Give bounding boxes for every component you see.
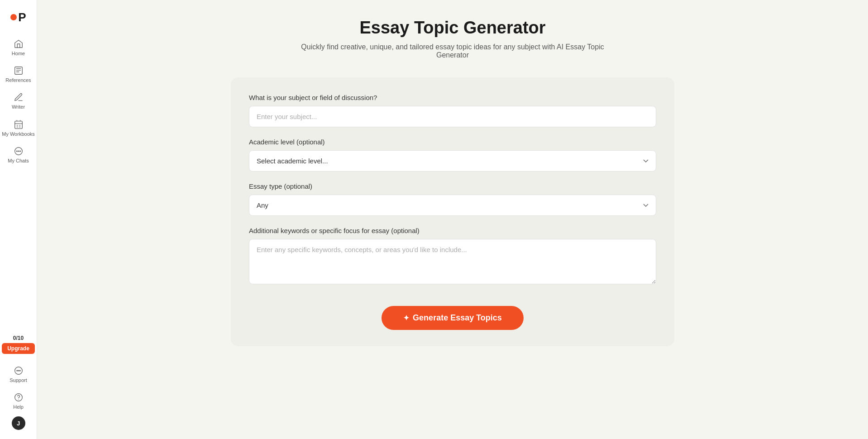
- logo-dot: [10, 14, 17, 20]
- sidebar-item-help[interactable]: Help: [0, 388, 37, 415]
- chats-icon: [14, 146, 24, 156]
- references-icon: [14, 66, 24, 76]
- sidebar-item-references[interactable]: References: [0, 61, 37, 88]
- sidebar-item-workbooks[interactable]: My Workbooks: [0, 115, 37, 142]
- help-icon: [14, 392, 24, 402]
- generate-button[interactable]: ✦ Generate Essay Topics: [382, 306, 524, 330]
- upgrade-button[interactable]: Upgrade: [2, 343, 35, 354]
- usage-area: 0/10 Upgrade: [0, 331, 37, 361]
- main-content: Essay Topic Generator Quickly find creat…: [37, 0, 868, 439]
- form-card: What is your subject or field of discuss…: [231, 77, 674, 346]
- support-icon: [14, 366, 24, 376]
- keywords-group: Additional keywords or specific focus fo…: [249, 227, 656, 286]
- essay-type-label: Essay type (optional): [249, 182, 656, 190]
- app-logo[interactable]: P: [9, 7, 29, 27]
- keywords-textarea[interactable]: [249, 239, 656, 284]
- page-title: Essay Topic Generator: [294, 18, 611, 38]
- keywords-label: Additional keywords or specific focus fo…: [249, 227, 656, 234]
- sidebar-nav: Home References Writer My Workbooks: [0, 34, 37, 331]
- sidebar-item-home-label: Home: [12, 51, 25, 57]
- sidebar-item-references-label: References: [5, 77, 31, 83]
- home-icon: [14, 39, 24, 49]
- sidebar-item-writer[interactable]: Writer: [0, 88, 37, 115]
- academic-group: Academic level (optional) Select academi…: [249, 138, 656, 172]
- sidebar-item-help-label: Help: [13, 404, 24, 410]
- essay-type-group: Essay type (optional) Any Argumentative …: [249, 182, 656, 216]
- sparkle-icon: ✦: [403, 314, 409, 322]
- svg-point-3: [16, 151, 17, 152]
- essay-type-select[interactable]: Any Argumentative Descriptive Expository…: [249, 195, 656, 216]
- sidebar-item-support[interactable]: Support: [0, 361, 37, 388]
- sidebar-item-chats-label: My Chats: [8, 158, 29, 164]
- page-subtitle: Quickly find creative, unique, and tailo…: [294, 43, 611, 59]
- sidebar-item-writer-label: Writer: [12, 104, 25, 110]
- subject-input[interactable]: [249, 106, 656, 127]
- sidebar-item-chats[interactable]: My Chats: [0, 142, 37, 168]
- sidebar-bottom: 0/10 Upgrade Support Help J: [0, 331, 37, 432]
- academic-level-select[interactable]: Select academic level... High School Und…: [249, 150, 656, 172]
- svg-point-11: [18, 399, 19, 399]
- sidebar-item-workbooks-label: My Workbooks: [2, 131, 35, 137]
- subject-group: What is your subject or field of discuss…: [249, 94, 656, 127]
- writer-icon: [14, 92, 24, 102]
- logo-letter: P: [18, 11, 26, 23]
- avatar[interactable]: J: [12, 416, 25, 430]
- sidebar-item-support-label: Support: [10, 377, 27, 383]
- sidebar-item-home[interactable]: Home: [0, 34, 37, 61]
- svg-point-5: [19, 151, 20, 152]
- svg-rect-0: [14, 67, 22, 75]
- generate-button-label: Generate Essay Topics: [413, 313, 502, 323]
- svg-point-9: [19, 370, 20, 371]
- svg-point-8: [16, 370, 17, 371]
- academic-label: Academic level (optional): [249, 138, 656, 146]
- page-header: Essay Topic Generator Quickly find creat…: [294, 18, 611, 59]
- button-row: ✦ Generate Essay Topics: [249, 297, 656, 330]
- subject-label: What is your subject or field of discuss…: [249, 94, 656, 101]
- avatar-letter: J: [17, 420, 20, 427]
- svg-point-7: [18, 370, 19, 371]
- workbooks-icon: [14, 119, 24, 129]
- sidebar: P Home References Writer: [0, 0, 37, 439]
- svg-rect-1: [14, 121, 22, 129]
- svg-point-4: [18, 151, 19, 152]
- usage-count: 0/10: [13, 335, 24, 341]
